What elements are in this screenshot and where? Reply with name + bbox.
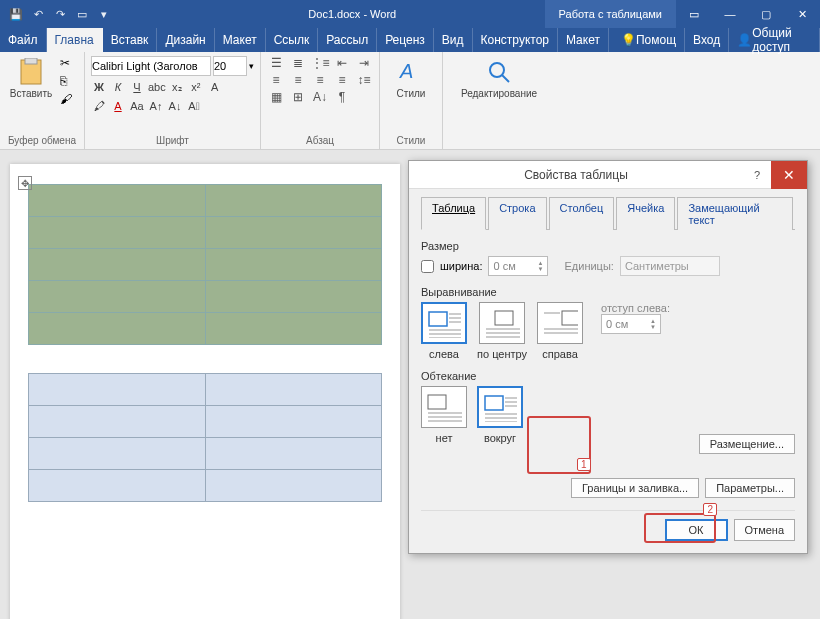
placement-button[interactable]: Размещение... [699,434,795,454]
align-center-label: по центру [477,348,527,360]
title-bar: 💾 ↶ ↷ ▭ ▾ Doc1.docx - Word Работа с табл… [0,0,820,28]
align-left-option[interactable] [421,302,467,344]
tab-table-layout[interactable]: Макет [558,28,609,52]
borders-icon[interactable]: ⊞ [289,90,307,104]
subscript-icon[interactable]: x₂ [169,79,185,95]
italic-icon[interactable]: К [110,79,126,95]
close-icon[interactable]: ✕ [784,0,820,28]
align-center-option[interactable] [479,302,525,344]
wrap-around-option[interactable] [477,386,523,428]
bold-icon[interactable]: Ж [91,79,107,95]
align-right-label: справа [542,348,578,360]
clear-format-icon[interactable]: A⃠ [186,98,202,114]
superscript-icon[interactable]: x² [188,79,204,95]
show-marks-icon[interactable]: ¶ [333,90,351,104]
tab-constructor[interactable]: Конструктор [473,28,558,52]
minimize-icon[interactable]: — [712,0,748,28]
svg-rect-1 [25,58,37,64]
indent-spinner[interactable]: 0 см ▲▼ [601,314,661,334]
shrink-icon[interactable]: A↓ [167,98,183,114]
tab-home[interactable]: Главна [47,28,103,52]
svg-rect-5 [429,312,447,326]
undo-icon[interactable]: ↶ [30,6,46,22]
numbering-icon[interactable]: ≣ [289,56,307,70]
dlg-tab-row[interactable]: Строка [488,197,546,230]
dlg-tab-cell[interactable]: Ячейка [616,197,675,230]
table-move-handle-icon[interactable]: ✥ [18,176,32,190]
grow-font-icon[interactable]: ▾ [249,61,254,71]
help-label: Помощ [636,33,676,47]
dialog-help-icon[interactable]: ? [743,169,771,181]
highlight-icon[interactable]: 🖍 [91,98,107,114]
line-spacing-icon[interactable]: ↕≡ [355,73,373,87]
shading-icon[interactable]: ▦ [267,90,285,104]
qat-more-icon[interactable]: ▾ [96,6,112,22]
tab-references[interactable]: Ссылк [266,28,319,52]
strike-icon[interactable]: abc [148,79,166,95]
wrap-none-option[interactable] [421,386,467,428]
ribbon-options-icon[interactable]: ▭ [676,0,712,28]
qat-btn-icon[interactable]: ▭ [74,6,90,22]
sort-icon[interactable]: A↓ [311,90,329,104]
maximize-icon[interactable]: ▢ [748,0,784,28]
tab-view[interactable]: Вид [434,28,473,52]
ok-button[interactable]: ОК [665,519,728,541]
table-2[interactable] [28,373,382,502]
cancel-button[interactable]: Отмена [734,519,795,541]
copy-icon[interactable]: ⎘ [60,74,78,88]
styles-label: Стили [397,88,426,99]
paste-button[interactable]: Вставить [6,56,56,135]
wrap-section-label: Обтекание [421,370,795,382]
align-right-icon[interactable]: ≡ [311,73,329,87]
format-painter-icon[interactable]: 🖌 [60,92,78,106]
font-group-label: Шрифт [91,135,254,147]
group-editing: Редактирование [443,52,555,149]
units-select[interactable]: Сантиметры [620,256,720,276]
size-section-label: Размер [421,240,795,252]
dialog-close-icon[interactable]: ✕ [771,161,807,189]
tab-signin[interactable]: Вход [685,28,729,52]
tab-design[interactable]: Дизайн [157,28,214,52]
font-color-icon[interactable]: A [110,98,126,114]
editing-button[interactable]: Редактирование [449,56,549,99]
table-1[interactable] [28,184,382,345]
quick-access-toolbar: 💾 ↶ ↷ ▭ ▾ [0,6,120,22]
tab-layout[interactable]: Макет [215,28,266,52]
tab-file[interactable]: Файл [0,28,47,52]
save-icon[interactable]: 💾 [8,6,24,22]
tab-insert[interactable]: Вставк [103,28,158,52]
decrease-indent-icon[interactable]: ⇤ [333,56,351,70]
spin-down-icon[interactable]: ▼ [538,266,544,272]
tab-review[interactable]: Реценз [377,28,434,52]
cut-icon[interactable]: ✂ [60,56,78,70]
justify-icon[interactable]: ≡ [333,73,351,87]
grow-icon[interactable]: A↑ [148,98,164,114]
params-button[interactable]: Параметры... [705,478,795,498]
bullets-icon[interactable]: ☰ [267,56,285,70]
align-center-icon[interactable]: ≡ [289,73,307,87]
tab-mailings[interactable]: Рассыл [318,28,377,52]
change-case-icon[interactable]: Aa [129,98,145,114]
multilevel-icon[interactable]: ⋮≡ [311,56,329,70]
align-right-option[interactable] [537,302,583,344]
underline-icon[interactable]: Ч [129,79,145,95]
text-effects-icon[interactable]: A [207,79,223,95]
font-name-input[interactable] [91,56,211,76]
align-left-icon[interactable]: ≡ [267,73,285,87]
tab-share[interactable]: 👤 Общий доступ [729,28,820,52]
styles-button[interactable]: A Стили [386,56,436,99]
width-spinner[interactable]: 0 см ▲▼ [488,256,548,276]
spin-down-icon[interactable]: ▼ [650,324,656,330]
increase-indent-icon[interactable]: ⇥ [355,56,373,70]
font-size-input[interactable] [213,56,247,76]
dlg-tab-alt[interactable]: Замещающий текст [677,197,793,230]
dlg-tab-column[interactable]: Столбец [549,197,615,230]
width-label: ширина: [440,260,482,272]
svg-rect-12 [495,311,513,325]
tab-help[interactable]: 💡 Помощ [613,28,685,52]
borders-button[interactable]: Границы и заливка... [571,478,699,498]
redo-icon[interactable]: ↷ [52,6,68,22]
dlg-tab-table[interactable]: Таблица [421,197,486,230]
dialog-title: Свойства таблицы [409,168,743,182]
width-checkbox[interactable] [421,260,434,273]
